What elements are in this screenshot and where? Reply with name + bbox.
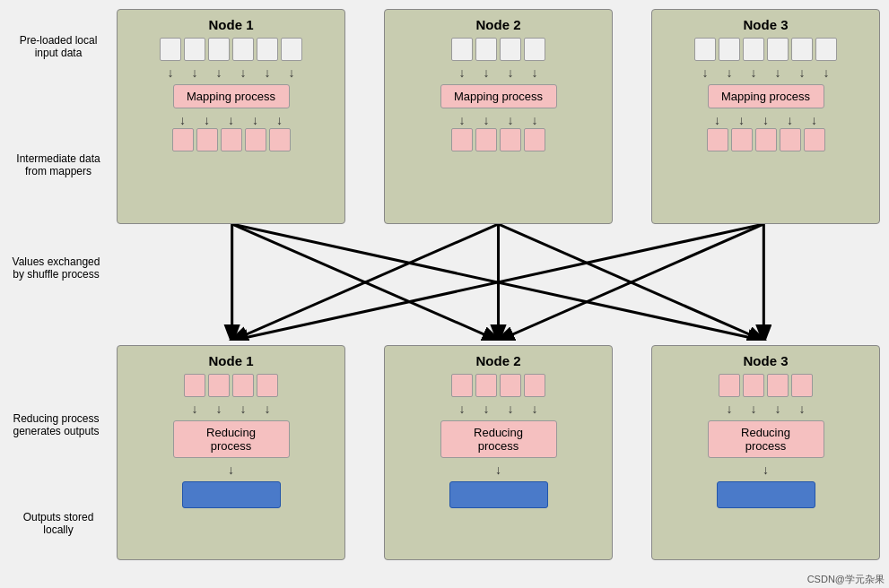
reduce-block (475, 374, 497, 397)
input-blocks-row-1 (160, 38, 302, 61)
input-block (184, 38, 205, 61)
arrows-ro3: ↓ (755, 463, 777, 476)
arrows-6: ↓ ↓ ↓ ↓ ↓ (707, 114, 825, 126)
reducing-process-2: Reducing process (440, 420, 557, 458)
intermediate-block (524, 128, 545, 151)
input-blocks-row-3 (694, 38, 837, 61)
arrows-r3: ↓ ↓ ↓ ↓ (719, 402, 813, 415)
intermediate-block (780, 128, 801, 151)
reduce-block (451, 374, 473, 397)
arrows-1: ↓ ↓ ↓ ↓ ↓ ↓ (160, 66, 302, 79)
input-blocks-row-2 (451, 38, 545, 61)
bottom-node-1-title: Node 1 (208, 353, 253, 368)
bottom-node-2-title: Node 2 (475, 353, 520, 368)
intermediate-block (269, 128, 291, 151)
input-block (232, 38, 254, 61)
input-block (767, 38, 789, 61)
reduce-block (767, 374, 789, 397)
input-block (524, 38, 545, 61)
reduce-block (500, 374, 521, 397)
bottom-node-3-title: Node 3 (743, 353, 788, 368)
intermediate-block (804, 128, 825, 151)
reducing-process-3: Reducing process (708, 420, 824, 458)
reduce-input-blocks-1 (184, 374, 278, 397)
label-reducing: Reducing process generates outputs (0, 412, 112, 437)
arrows-r2: ↓ ↓ ↓ ↓ (451, 402, 545, 415)
bottom-node-3: Node 3 ↓ ↓ ↓ ↓ Reducing process ↓ (651, 345, 880, 560)
intermediate-block (475, 128, 497, 151)
intermediate-block (707, 128, 728, 151)
reduce-block (208, 374, 230, 397)
intermediate-block (755, 128, 777, 151)
reduce-block (524, 374, 545, 397)
reduce-block (184, 374, 205, 397)
mapping-process-1: Mapping process (173, 84, 290, 108)
reduce-block (257, 374, 278, 397)
intermediate-block (221, 128, 242, 151)
input-block (451, 38, 473, 61)
label-preloaded: Pre-loaded local input data (4, 34, 112, 59)
input-block (719, 38, 740, 61)
shuffle-arrows-svg (117, 224, 880, 341)
bottom-node-2: Node 2 ↓ ↓ ↓ ↓ Reducing process ↓ (384, 345, 613, 560)
input-block (815, 38, 837, 61)
input-block (475, 38, 497, 61)
input-block (743, 38, 764, 61)
intermediate-blocks-1 (172, 128, 291, 151)
input-block (160, 38, 181, 61)
bottom-node-1: Node 1 ↓ ↓ ↓ ↓ Reducing process ↓ (117, 345, 345, 560)
top-node-3-title: Node 3 (743, 17, 788, 32)
output-block-3 (717, 481, 815, 508)
reduce-input-blocks-3 (719, 374, 813, 397)
intermediate-block (451, 128, 473, 151)
output-block-1 (182, 481, 281, 508)
shuffle-section (117, 224, 880, 341)
top-node-3: Node 3 ↓ ↓ ↓ ↓ ↓ ↓ Mapping pro (651, 9, 880, 224)
top-node-2: Node 2 ↓ ↓ ↓ ↓ Mapping process ↓ ↓ (384, 9, 613, 224)
mapping-process-3: Mapping process (708, 84, 824, 108)
top-node-1-title: Node 1 (208, 17, 253, 32)
intermediate-block (172, 128, 194, 151)
intermediate-block (196, 128, 218, 151)
top-section: Node 1 ↓ ↓ ↓ ↓ ↓ ↓ (117, 9, 880, 224)
watermark: CSDN@学元杂果 (807, 573, 885, 586)
intermediate-block (731, 128, 753, 151)
intermediate-block (500, 128, 521, 151)
input-block (257, 38, 278, 61)
diagram-area: Node 1 ↓ ↓ ↓ ↓ ↓ ↓ (117, 9, 880, 579)
bottom-section: Node 1 ↓ ↓ ↓ ↓ Reducing process ↓ (117, 345, 880, 560)
intermediate-blocks-2 (451, 128, 545, 151)
top-node-2-title: Node 2 (475, 17, 520, 32)
arrows-5: ↓ ↓ ↓ ↓ ↓ ↓ (694, 66, 837, 79)
input-block (791, 38, 813, 61)
input-block (281, 38, 302, 61)
mapping-process-2: Mapping process (440, 84, 557, 108)
reduce-block (232, 374, 254, 397)
reducing-process-1: Reducing process (173, 420, 290, 458)
intermediate-block (245, 128, 266, 151)
reduce-input-blocks-2 (451, 374, 545, 397)
label-shuffle: Values exchanged by shuffle process (0, 255, 112, 281)
reduce-block (719, 374, 740, 397)
arrows-r1: ↓ ↓ ↓ ↓ (184, 402, 278, 415)
main-container: Pre-loaded local input data Intermediate… (0, 0, 889, 588)
top-node-1: Node 1 ↓ ↓ ↓ ↓ ↓ ↓ (117, 9, 345, 224)
input-block (694, 38, 716, 61)
arrows-3: ↓ ↓ ↓ ↓ (451, 66, 545, 79)
arrows-ro2: ↓ (488, 463, 510, 476)
arrows-4: ↓ ↓ ↓ ↓ (451, 114, 545, 126)
label-intermediate: Intermediate data from mappers (4, 152, 112, 177)
arrows-ro1: ↓ (221, 463, 242, 476)
input-block (500, 38, 521, 61)
input-block (208, 38, 230, 61)
reduce-block (743, 374, 764, 397)
reduce-block (791, 374, 813, 397)
output-block-2 (449, 481, 548, 508)
label-outputs: Outputs stored locally (4, 511, 112, 536)
intermediate-blocks-3 (707, 128, 825, 151)
arrows-2: ↓ ↓ ↓ ↓ ↓ (172, 114, 291, 126)
